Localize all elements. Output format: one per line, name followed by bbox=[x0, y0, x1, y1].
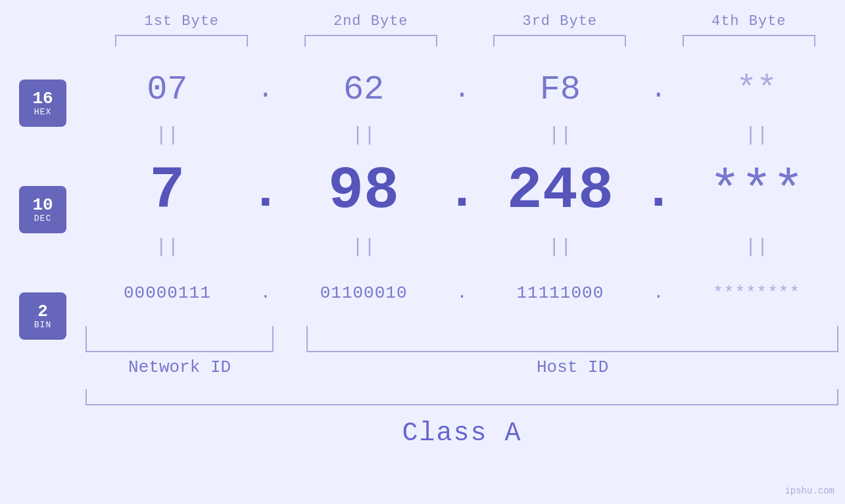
byte1-label: 1st Byte bbox=[144, 13, 219, 30]
bin-byte3-value: 11111000 bbox=[516, 283, 604, 303]
bin-dot3: . bbox=[642, 283, 675, 303]
byte4-label: 4th Byte bbox=[712, 13, 786, 30]
bin-byte2-cell: 01100010 bbox=[282, 283, 446, 303]
hex-byte1-value: 07 bbox=[147, 70, 187, 109]
class-label-row: Class A bbox=[85, 412, 838, 448]
class-bracket bbox=[85, 389, 838, 405]
host-id-label: Host ID bbox=[306, 357, 838, 377]
hex-byte2-cell: 62 bbox=[282, 70, 446, 109]
bin-byte4-value: ******** bbox=[713, 283, 800, 303]
bin-byte1-value: 00000111 bbox=[124, 283, 211, 303]
data-grid: 07 . 62 . F8 . ** bbox=[85, 53, 845, 448]
hex-badge-num: 16 bbox=[32, 90, 53, 107]
watermark: ipshu.com bbox=[785, 486, 834, 496]
hex-dot1: . bbox=[249, 75, 282, 104]
main-container: 1st Byte 2nd Byte 3rd Byte 4th Byte 16 H… bbox=[0, 0, 845, 504]
byte1-bracket-top bbox=[115, 35, 248, 47]
bin-badge-label: BIN bbox=[34, 320, 51, 330]
byte2-header: 2nd Byte bbox=[293, 13, 449, 47]
hex-byte4-value: ** bbox=[736, 70, 777, 109]
bin-row: 00000111 . 01100010 . 11111000 . bbox=[85, 263, 838, 323]
dec-badge-label: DEC bbox=[34, 214, 51, 223]
dec-byte3-cell: 248 bbox=[479, 158, 642, 225]
equals-row-1: || || || || bbox=[85, 119, 838, 152]
bin-byte2-value: 01100010 bbox=[320, 283, 408, 303]
badge-column: 16 HEX 10 DEC 2 BIN bbox=[0, 53, 85, 340]
dec-byte4-cell: *** bbox=[675, 162, 838, 221]
bin-dot2: . bbox=[446, 283, 479, 303]
dec-dot1: . bbox=[249, 162, 282, 221]
hex-byte3-value: F8 bbox=[540, 70, 581, 109]
dec-byte2-cell: 98 bbox=[282, 158, 446, 225]
byte4-header: 4th Byte bbox=[671, 13, 827, 47]
byte3-bracket-top bbox=[493, 35, 626, 47]
bin-badge: 2 BIN bbox=[19, 292, 66, 340]
bottom-bracket-row bbox=[85, 326, 838, 352]
dec-byte4-value: *** bbox=[710, 162, 804, 221]
bin-byte4-cell: ******** bbox=[675, 283, 838, 303]
hex-dot2: . bbox=[446, 75, 479, 104]
class-label: Class A bbox=[402, 419, 521, 448]
hex-badge-label: HEX bbox=[34, 107, 51, 117]
dec-dot2: . bbox=[446, 162, 479, 221]
dec-byte3-value: 248 bbox=[507, 158, 614, 225]
dec-badge: 10 DEC bbox=[19, 186, 66, 233]
header-row: 1st Byte 2nd Byte 3rd Byte 4th Byte bbox=[104, 13, 827, 47]
labels-row: Network ID Host ID bbox=[85, 357, 838, 377]
dec-byte1-value: 7 bbox=[149, 158, 185, 225]
byte2-label: 2nd Byte bbox=[333, 13, 408, 30]
byte1-header: 1st Byte bbox=[104, 13, 260, 47]
byte2-bracket-top bbox=[304, 35, 437, 47]
hex-badge: 16 HEX bbox=[19, 80, 66, 127]
hex-byte3-cell: F8 bbox=[479, 70, 642, 109]
network-bracket-bottom bbox=[85, 326, 274, 352]
bin-dot1: . bbox=[249, 283, 282, 303]
dec-badge-num: 10 bbox=[32, 196, 53, 214]
hex-dot3: . bbox=[642, 75, 675, 104]
main-area: 16 HEX 10 DEC 2 BIN 07 . bbox=[0, 47, 845, 504]
hex-byte4-cell: ** bbox=[675, 70, 838, 109]
network-id-label: Network ID bbox=[85, 357, 274, 377]
equals-row-2: || || || || bbox=[85, 231, 838, 263]
bin-byte3-cell: 11111000 bbox=[479, 283, 642, 303]
byte3-header: 3rd Byte bbox=[482, 13, 639, 47]
hex-byte1-cell: 07 bbox=[85, 70, 249, 109]
byte4-bracket-top bbox=[683, 35, 815, 47]
hex-byte2-value: 62 bbox=[343, 70, 384, 109]
dec-byte1-cell: 7 bbox=[85, 158, 249, 225]
hex-row: 07 . 62 . F8 . ** bbox=[85, 60, 838, 119]
host-bracket-bottom bbox=[306, 326, 838, 352]
dec-row: 7 . 98 . 248 . *** bbox=[85, 152, 838, 231]
bin-byte1-cell: 00000111 bbox=[85, 283, 249, 303]
byte3-label: 3rd Byte bbox=[522, 13, 597, 30]
dec-dot3: . bbox=[642, 162, 675, 221]
bin-badge-num: 2 bbox=[37, 303, 48, 320]
dec-byte2-value: 98 bbox=[328, 158, 399, 225]
